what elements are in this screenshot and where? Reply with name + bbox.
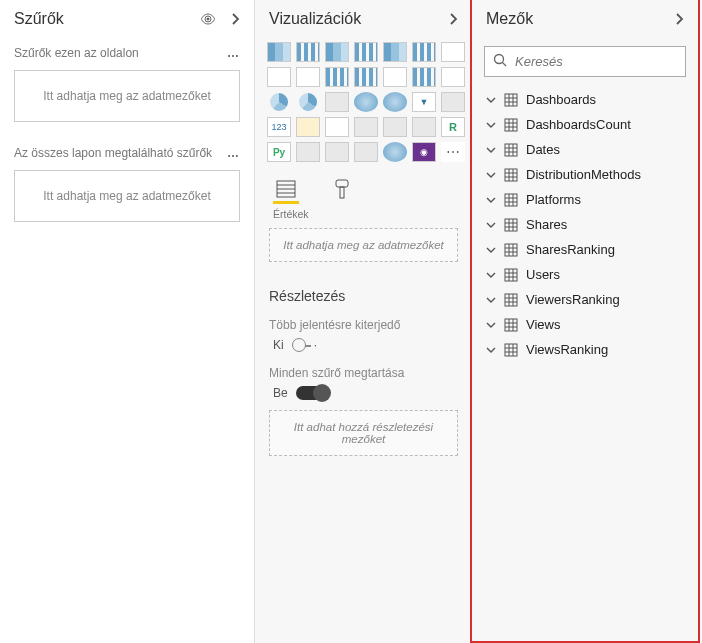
- cross-report-label: Több jelentésre kiterjedő: [255, 310, 472, 336]
- svg-rect-59: [505, 344, 517, 356]
- format-tab[interactable]: [329, 178, 355, 204]
- fields-tab[interactable]: [273, 178, 299, 204]
- viz-python-icon[interactable]: Py: [267, 142, 291, 162]
- expand-icon[interactable]: [486, 345, 496, 355]
- cross-report-toggle[interactable]: Ki ·: [255, 336, 472, 358]
- fields-list: DashboardsDashboardsCountDatesDistributi…: [472, 87, 698, 362]
- table-icon: [504, 218, 518, 232]
- viz-donut-icon[interactable]: [299, 93, 317, 111]
- viz-multi-card-icon[interactable]: [296, 117, 320, 137]
- all-pages-filters-label: Az összes lapon megtalálható szűrők …: [0, 136, 254, 166]
- field-table-distributionmethods[interactable]: DistributionMethods: [482, 162, 688, 187]
- viz-key-influencers-icon[interactable]: [296, 142, 320, 162]
- viz-decomposition-icon[interactable]: [325, 142, 349, 162]
- field-table-sharesranking[interactable]: SharesRanking: [482, 237, 688, 262]
- drillthrough-dropzone[interactable]: Itt adhat hozzá részletezési mezőket: [269, 410, 458, 456]
- all-pages-filters-menu-icon[interactable]: …: [227, 146, 240, 160]
- expand-icon[interactable]: [486, 295, 496, 305]
- collapse-filters-icon[interactable]: [230, 12, 240, 26]
- field-table-viewsranking[interactable]: ViewsRanking: [482, 337, 688, 362]
- expand-icon[interactable]: [486, 245, 496, 255]
- toggle-off-icon: [292, 338, 306, 352]
- viz-map-icon[interactable]: [354, 92, 378, 112]
- viz-stacked-bar-icon[interactable]: [267, 42, 291, 62]
- fields-search[interactable]: [484, 46, 686, 77]
- all-pages-filters-dropzone[interactable]: Itt adhatja meg az adatmezőket: [14, 170, 240, 222]
- viz-100-stacked-bar-icon[interactable]: [383, 42, 407, 62]
- viz-title: Vizualizációk: [269, 10, 448, 28]
- values-dropzone[interactable]: Itt adhatja meg az adatmezőket: [269, 228, 458, 262]
- expand-icon[interactable]: [486, 170, 496, 180]
- expand-icon[interactable]: [486, 320, 496, 330]
- viz-waterfall-icon[interactable]: [412, 67, 436, 87]
- page-filters-dropzone[interactable]: Itt adhatja meg az adatmezőket: [14, 70, 240, 122]
- svg-rect-29: [505, 194, 517, 206]
- expand-icon[interactable]: [486, 120, 496, 130]
- table-icon: [504, 343, 518, 357]
- field-table-viewersranking[interactable]: ViewersRanking: [482, 287, 688, 312]
- keep-filters-toggle[interactable]: Be: [255, 384, 472, 406]
- field-table-platforms[interactable]: Platforms: [482, 187, 688, 212]
- viz-line-stacked-icon[interactable]: [354, 67, 378, 87]
- filters-pane: Szűrők Szűrők ezen az oldalon … Itt adha…: [0, 0, 255, 643]
- viz-slicer-icon[interactable]: [354, 117, 378, 137]
- table-icon: [504, 318, 518, 332]
- viz-gauge-icon[interactable]: [441, 92, 465, 112]
- viz-header: Vizualizációk: [255, 0, 472, 36]
- field-label: DashboardsCount: [526, 117, 631, 132]
- viz-line-clustered-icon[interactable]: [325, 67, 349, 87]
- toggle-on-icon: [296, 386, 330, 400]
- viz-area-icon[interactable]: [267, 67, 291, 87]
- viz-stacked-column-icon[interactable]: [296, 42, 320, 62]
- viz-scatter-icon[interactable]: [441, 67, 465, 87]
- field-table-users[interactable]: Users: [482, 262, 688, 287]
- viz-clustered-column-icon[interactable]: [354, 42, 378, 62]
- fields-highlight-box: Mezők DashboardsDashboardsCountDatesDist…: [470, 0, 700, 643]
- viz-filled-map-icon[interactable]: [383, 92, 407, 112]
- viz-r-icon[interactable]: R: [441, 117, 465, 137]
- field-label: SharesRanking: [526, 242, 615, 257]
- viz-ribbon-icon[interactable]: [383, 67, 407, 87]
- viz-clustered-bar-icon[interactable]: [325, 42, 349, 62]
- field-table-shares[interactable]: Shares: [482, 212, 688, 237]
- viz-matrix-icon[interactable]: [412, 117, 436, 137]
- page-filters-menu-icon[interactable]: …: [227, 46, 240, 60]
- collapse-viz-icon[interactable]: [448, 12, 458, 26]
- search-input[interactable]: [515, 54, 684, 69]
- fields-header: Mezők: [472, 0, 698, 36]
- show-filters-icon[interactable]: [200, 13, 216, 25]
- viz-kpi-icon[interactable]: [325, 117, 349, 137]
- table-icon: [504, 243, 518, 257]
- expand-icon[interactable]: [486, 220, 496, 230]
- viz-arcgis-icon[interactable]: [383, 142, 407, 162]
- viz-funnel-icon[interactable]: ▼: [412, 92, 436, 112]
- viz-more-icon[interactable]: ⋯: [441, 142, 465, 162]
- collapse-fields-icon[interactable]: [674, 12, 684, 26]
- viz-card-icon[interactable]: 123: [267, 117, 291, 137]
- field-label: Dashboards: [526, 92, 596, 107]
- viz-table-icon[interactable]: [383, 117, 407, 137]
- svg-rect-14: [505, 119, 517, 131]
- viz-100-stacked-column-icon[interactable]: [412, 42, 436, 62]
- expand-icon[interactable]: [486, 195, 496, 205]
- viz-line-icon[interactable]: [441, 42, 465, 62]
- expand-icon[interactable]: [486, 95, 496, 105]
- viz-treemap-icon[interactable]: [325, 92, 349, 112]
- expand-icon[interactable]: [486, 270, 496, 280]
- field-table-dashboards[interactable]: Dashboards: [482, 87, 688, 112]
- field-label: Platforms: [526, 192, 581, 207]
- viz-powerapps-icon[interactable]: ◉: [412, 142, 436, 162]
- keep-filters-label: Minden szűrő megtartása: [255, 358, 472, 384]
- svg-point-7: [495, 55, 504, 64]
- table-icon: [504, 118, 518, 132]
- field-table-dates[interactable]: Dates: [482, 137, 688, 162]
- expand-icon[interactable]: [486, 145, 496, 155]
- viz-stacked-area-icon[interactable]: [296, 67, 320, 87]
- field-table-views[interactable]: Views: [482, 312, 688, 337]
- svg-rect-5: [336, 180, 348, 187]
- values-section-label: Értékek: [255, 204, 472, 224]
- viz-tabs: [255, 174, 472, 204]
- viz-qa-icon[interactable]: [354, 142, 378, 162]
- field-table-dashboardscount[interactable]: DashboardsCount: [482, 112, 688, 137]
- viz-pie-icon[interactable]: [270, 93, 288, 111]
